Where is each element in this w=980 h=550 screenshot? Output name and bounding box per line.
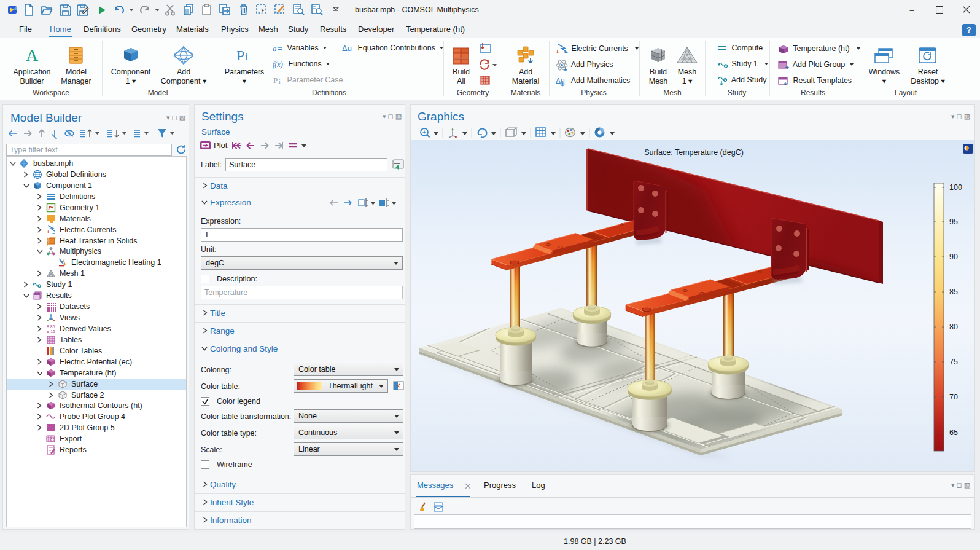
svg-text:85: 85 <box>949 288 958 296</box>
svg-text:75: 75 <box>949 358 958 366</box>
svg-text:90: 90 <box>949 253 958 261</box>
svg-text:+: + <box>556 49 559 55</box>
svg-text:65: 65 <box>949 428 958 437</box>
svg-text:Δu: Δu <box>556 77 565 85</box>
svg-text:80: 80 <box>949 323 958 331</box>
svg-text:100: 100 <box>949 183 962 192</box>
svg-text:A: A <box>26 46 39 65</box>
svg-text:i: i <box>245 52 248 62</box>
svg-text:Δu: Δu <box>342 44 352 53</box>
svg-text:–: – <box>52 230 55 235</box>
svg-text:Surface: Temperature (degC): Surface: Temperature (degC) <box>644 148 744 157</box>
svg-text:P: P <box>273 76 278 85</box>
svg-text:8.85: 8.85 <box>47 324 55 329</box>
svg-text:70: 70 <box>949 393 958 401</box>
svg-text:P: P <box>236 47 244 63</box>
svg-text:f(x): f(x) <box>273 60 283 69</box>
svg-text:+: + <box>47 229 50 235</box>
svg-text:a: a <box>273 44 277 53</box>
svg-text:95: 95 <box>949 218 958 226</box>
svg-text:–: – <box>564 49 568 55</box>
svg-text:i: i <box>279 78 281 85</box>
svg-text:e-12: e-12 <box>47 329 55 334</box>
